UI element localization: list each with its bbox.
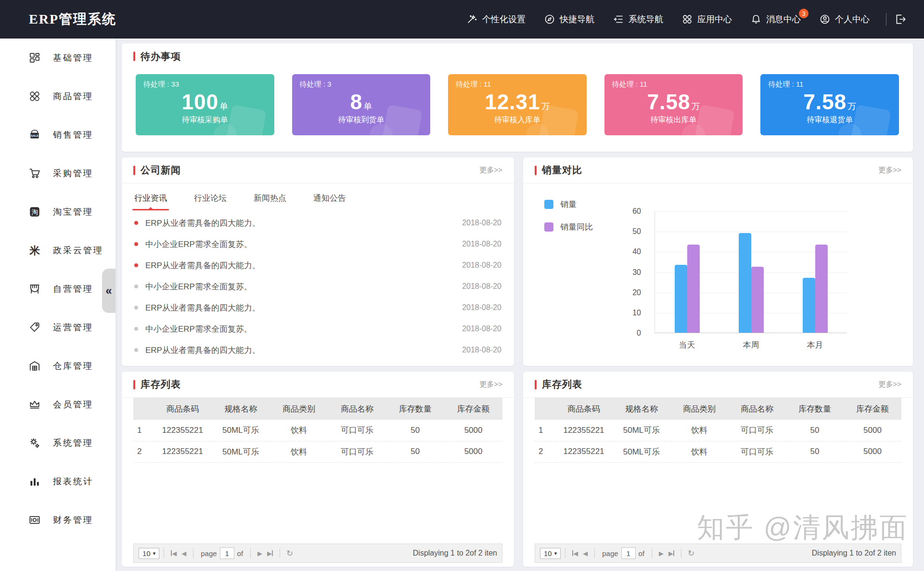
sidebar-item-self-operated[interactable]: 自营管理 <box>0 270 116 308</box>
news-title: 中小企业ERP需求全面复苏。 <box>145 324 252 335</box>
bar-销量-当天 <box>675 265 687 333</box>
cell-category: 饮料 <box>670 420 728 441</box>
news-title: ERP从业者需具备的四大能力。 <box>145 302 260 313</box>
x-axis-label: 当天 <box>679 339 695 350</box>
bar-group: 本月 <box>803 211 828 333</box>
gears-icon <box>28 436 41 450</box>
news-date: 2018-08-20 <box>462 346 501 354</box>
nav-item-message-center[interactable]: 消息中心 3 <box>750 13 801 25</box>
card-unit: 万 <box>691 102 700 111</box>
todo-card-outbound[interactable]: 待处理 : 11 7.58万 待审核出库单 <box>604 74 743 135</box>
sidebar-item-finance[interactable]: 财务管理 <box>0 501 116 539</box>
table-row[interactable]: 1 122355221 50ML可乐 饮料 可口可乐 50 5000 <box>133 420 502 441</box>
sidebar-item-sales[interactable]: SALE 销售管理 <box>0 116 116 154</box>
first-page-button[interactable]: ◀ <box>171 550 177 557</box>
refresh-icon[interactable]: ↻ <box>688 548 694 558</box>
nav-item-user-center[interactable]: 个人中心 <box>819 13 870 25</box>
page-number-input[interactable] <box>621 547 636 559</box>
news-date: 2018-08-20 <box>462 261 501 270</box>
bullet-icon <box>134 327 138 331</box>
news-date: 2018-08-20 <box>462 282 501 291</box>
page-number-input[interactable] <box>220 547 234 559</box>
prev-page-button[interactable]: ◀ <box>181 550 186 557</box>
cell-barcode: 122355221 <box>154 420 212 441</box>
next-page-button[interactable]: ▶ <box>257 550 262 557</box>
news-item[interactable]: ERP从业者需具备的四大能力。 2018-08-20 <box>134 339 501 361</box>
legend-item-sales-yoy[interactable]: 销量同比 <box>544 221 593 233</box>
todo-card-purchase[interactable]: 待处理 : 33 100单 待审核采购单 <box>136 74 274 135</box>
sidebar-item-system[interactable]: 系统管理 <box>0 424 116 462</box>
tab-hot-news[interactable]: 新闻热点 <box>254 193 286 210</box>
table-row[interactable]: 2 122355221 50ML可乐 饮料 可口可乐 50 5000 <box>133 441 502 462</box>
logout-icon <box>894 13 907 26</box>
news-item[interactable]: 中小企业ERP需求全面复苏。 2018-08-20 <box>134 318 501 339</box>
logout-button[interactable] <box>894 13 907 26</box>
column-header: 商品条码 <box>154 398 212 420</box>
legend-swatch <box>544 200 553 209</box>
table-row[interactable]: 2 122355221 50ML可乐 饮料 可口可乐 50 5000 <box>535 441 901 462</box>
tab-industry-forum[interactable]: 行业论坛 <box>194 193 227 210</box>
todo-card-returns[interactable]: 待处理 : 11 7.58万 待审核退货单 <box>760 74 899 135</box>
sidebar-collapse-button[interactable]: « <box>102 269 116 313</box>
news-item[interactable]: 中小企业ERP需求全面复苏。 2018-08-20 <box>134 234 501 255</box>
nav-item-quick-nav[interactable]: 快捷导航 <box>544 13 594 25</box>
svg-text:米: 米 <box>29 245 40 257</box>
next-page-button[interactable]: ▶ <box>659 550 664 557</box>
prev-page-button[interactable]: ◀ <box>583 550 588 557</box>
cell-category: 饮料 <box>270 420 328 441</box>
news-item[interactable]: ERP从业者需具备的四大能力。 2018-08-20 <box>134 297 501 318</box>
sidebar-item-warehouse[interactable]: 仓库管理 <box>0 347 116 385</box>
last-page-button[interactable]: ▶ <box>668 550 674 557</box>
app-logo: ERP管理系统 <box>29 10 116 28</box>
navbar-divider <box>886 13 886 26</box>
news-more-link[interactable]: 更多>> <box>479 166 502 175</box>
card-caption: 待审核入库单 <box>456 115 579 125</box>
table-row[interactable]: 1 122355221 50ML可乐 饮料 可口可乐 50 5000 <box>535 420 901 441</box>
y-axis-tick: 30 <box>611 268 641 277</box>
sidebar-item-goods[interactable]: 商品管理 <box>0 77 116 116</box>
column-header: 商品条码 <box>555 398 613 420</box>
todo-card-arrival[interactable]: 待处理 : 3 8单 待审核到货单 <box>292 74 431 135</box>
sales-more-link[interactable]: 更多>> <box>878 166 901 175</box>
sidebar-item-basic[interactable]: 基础管理 <box>0 39 116 77</box>
sidebar-item-operations[interactable]: 运营管理 <box>0 308 116 347</box>
bell-icon <box>750 13 762 25</box>
card-unit: 万 <box>847 102 856 111</box>
sidebar-item-zhengcaiyun[interactable]: 米 政采云管理 <box>0 231 116 270</box>
news-item[interactable]: ERP从业者需具备的四大能力。 2018-08-20 <box>134 255 501 276</box>
bullet-icon <box>134 306 138 310</box>
news-item[interactable]: 中小企业ERP需求全面复苏。 2018-08-20 <box>134 276 501 297</box>
sidebar-item-taobao[interactable]: 淘 淘宝管理 <box>0 193 116 231</box>
refresh-icon[interactable]: ↻ <box>286 548 293 558</box>
tab-announcements[interactable]: 通知公告 <box>313 193 346 210</box>
page-size-select[interactable]: 10▾ <box>139 548 159 559</box>
message-badge: 3 <box>799 9 808 18</box>
cell-barcode: 122355221 <box>555 420 613 441</box>
news-item[interactable]: ERP从业者需具备的四大能力。 2018-08-20 <box>134 212 501 234</box>
cell-name: 可口可乐 <box>728 441 786 462</box>
cell-name: 可口可乐 <box>328 420 386 441</box>
legend-item-sales[interactable]: 销量 <box>544 199 593 210</box>
todo-card-inbound[interactable]: 待处理 : 11 12.31万 待审核入库单 <box>448 74 587 135</box>
news-date: 2018-08-20 <box>462 219 501 227</box>
page-size-select[interactable]: 10▾ <box>540 548 561 559</box>
last-page-button[interactable]: ▶ <box>267 550 273 557</box>
pagination-status: Displaying 1 to 2of 2 iten <box>812 549 896 558</box>
compass-icon <box>544 13 555 25</box>
sidebar-item-members[interactable]: 会员管理 <box>0 385 116 424</box>
nav-item-personalization[interactable]: 个性化设置 <box>466 13 526 25</box>
first-page-button[interactable]: ◀ <box>572 550 578 557</box>
nav-item-system-nav[interactable]: 系统导航 <box>613 13 663 25</box>
cell-quantity: 50 <box>786 420 844 441</box>
bullet-icon <box>134 263 138 267</box>
nav-item-app-center[interactable]: 应用中心 <box>681 13 732 25</box>
sidebar-item-reports[interactable]: 报表统计 <box>0 462 116 501</box>
stock-more-link[interactable]: 更多>> <box>878 380 901 389</box>
bar-销量-本月 <box>803 278 815 333</box>
tab-industry-news[interactable]: 行业资讯 <box>134 193 167 210</box>
system-nav-icon <box>613 13 624 25</box>
stock-more-link[interactable]: 更多>> <box>479 380 502 389</box>
card-value: 8 <box>350 90 362 114</box>
column-header: 规格名称 <box>613 398 670 420</box>
sidebar-item-purchase[interactable]: 采购管理 <box>0 154 116 193</box>
